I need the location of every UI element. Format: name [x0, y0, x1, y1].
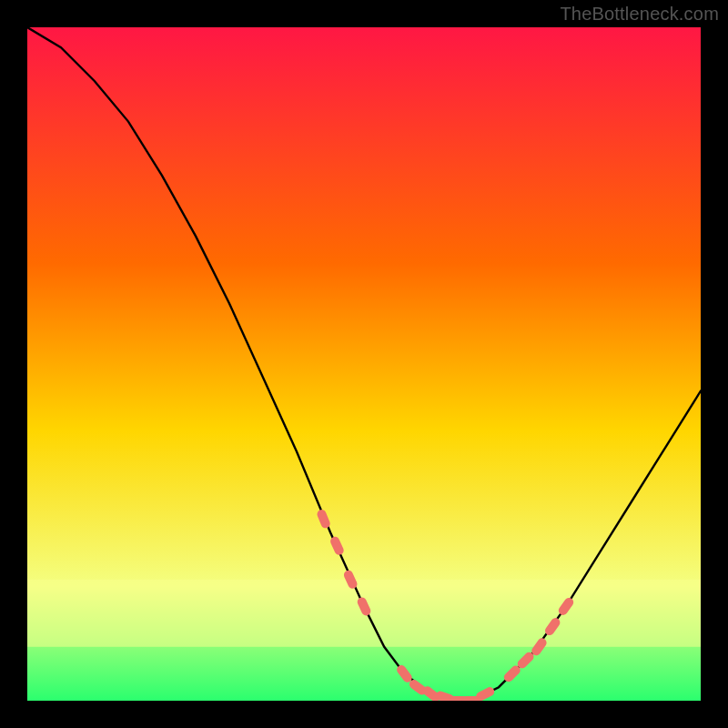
- highlight-dot: [362, 602, 367, 611]
- highlight-dot: [480, 692, 490, 696]
- chart-frame: TheBottleneck.com: [0, 0, 728, 728]
- highlight-dot: [428, 691, 436, 697]
- highlight-dot: [509, 671, 516, 678]
- watermark-text: TheBottleneck.com: [560, 4, 719, 25]
- highlight-dot: [349, 575, 353, 584]
- highlight-dot: [335, 541, 339, 551]
- highlight-dot: [401, 670, 408, 678]
- highlight-dot: [536, 642, 541, 651]
- highlight-dot: [322, 514, 326, 523]
- highlight-dot: [522, 657, 530, 664]
- highlight-dot: [563, 602, 569, 611]
- highlight-dot: [440, 696, 450, 699]
- bottleneck-chart: [0, 0, 728, 728]
- highlight-dot: [414, 684, 422, 691]
- highlight-dot: [550, 622, 555, 631]
